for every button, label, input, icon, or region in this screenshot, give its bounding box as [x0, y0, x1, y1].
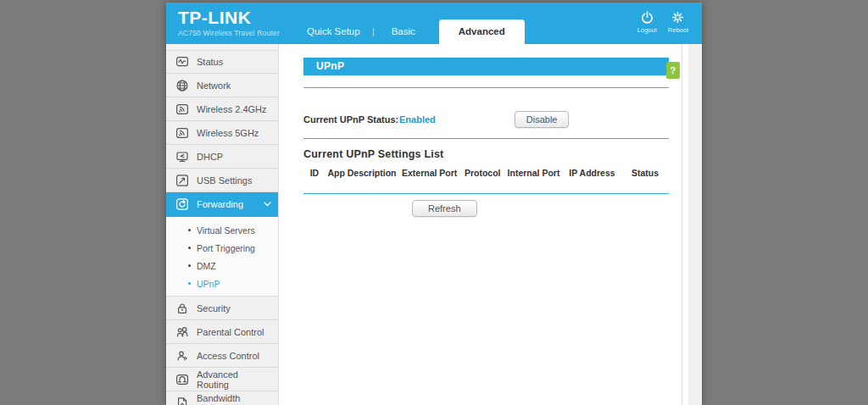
wireless-icon	[175, 103, 189, 116]
sidebar-item-wireless-24ghz[interactable]: Wireless 2.4GHz	[166, 97, 278, 121]
dhcp-icon	[175, 150, 189, 164]
submenu-item-label: Virtual Servers	[197, 225, 255, 236]
bullet-icon	[188, 282, 191, 285]
submenu-item-dmz[interactable]: DMZ	[166, 257, 278, 275]
reboot-label: Reboot	[668, 26, 688, 34]
settings-table-header: ID App Description External Port Protoco…	[303, 168, 669, 178]
sidebar-item-label: Access Control	[197, 351, 259, 361]
submenu-item-virtual-servers[interactable]: Virtual Servers	[166, 221, 278, 239]
power-icon	[640, 10, 654, 25]
brand-block: TP-LINK AC750 Wireless Travel Router	[178, 8, 280, 37]
divider	[303, 138, 669, 139]
help-button[interactable]: ?	[666, 62, 680, 79]
person-icon	[175, 349, 189, 363]
reboot-icon	[670, 10, 685, 25]
disable-button[interactable]: Disable	[515, 111, 570, 128]
submenu-item-label: UPnP	[197, 279, 220, 289]
sidebar-item-label: Advanced Routing	[197, 369, 271, 390]
tab-advanced[interactable]: Advanced	[439, 19, 525, 44]
bullet-icon	[188, 264, 191, 267]
router-model-label: AC750 Wireless Travel Router	[178, 29, 280, 37]
sidebar-item-parental-control[interactable]: Parental Control	[166, 320, 278, 344]
sidebar-item-status[interactable]: Status	[166, 50, 278, 74]
reboot-button[interactable]: Reboot	[668, 10, 688, 34]
upnp-status-value: Enabled	[399, 114, 436, 125]
top-nav-tabs: Quick Setup | Basic Advanced	[295, 19, 525, 44]
divider	[303, 193, 669, 194]
submenu-item-label: Port Triggering	[197, 243, 255, 253]
submenu-item-upnp[interactable]: UPnP	[166, 275, 278, 292]
logout-label: Logout	[637, 26, 657, 34]
sidebar-item-label: USB Settings	[197, 175, 252, 186]
sidebar-item-label: Parental Control	[197, 327, 264, 337]
sidebar-item-wireless-5ghz[interactable]: Wireless 5GHz	[166, 121, 278, 145]
sidebar-item-bandwidth-control[interactable]: Bandwidth Control	[166, 391, 278, 405]
tp-link-logo: TP-LINK	[178, 8, 280, 27]
sidebar-nav: Status Network	[166, 44, 279, 405]
page-title: UPnP	[316, 60, 344, 72]
settings-list-title: Current UPnP Settings List	[303, 148, 669, 160]
page-title-bar: UPnP ?	[303, 58, 669, 75]
forwarding-submenu: Virtual Servers Port Triggering DMZ UPnP	[166, 217, 278, 297]
routing-icon	[175, 373, 189, 386]
sidebar-item-access-control[interactable]: Access Control	[166, 344, 278, 368]
bandwidth-icon	[175, 397, 189, 405]
bullet-icon	[188, 247, 191, 249]
sidebar-item-label: Status	[197, 57, 223, 67]
parental-icon	[175, 325, 189, 339]
sidebar-item-label: Wireless 5GHz	[197, 128, 259, 138]
sidebar-item-label: Security	[197, 303, 231, 313]
logout-button[interactable]: Logout	[637, 10, 657, 34]
sidebar-item-security[interactable]: Security	[166, 297, 278, 320]
router-admin-window: TP-LINK AC750 Wireless Travel Router Qui…	[166, 3, 702, 405]
chevron-down-icon	[264, 202, 271, 207]
column-header-status: Status	[621, 168, 669, 178]
sidebar-item-usb-settings[interactable]: USB Settings	[166, 169, 278, 192]
upnp-status-row: Current UPnP Status: Enabled Disable	[303, 110, 669, 128]
submenu-item-label: DMZ	[197, 261, 216, 271]
sidebar-item-forwarding[interactable]: Forwarding	[166, 192, 278, 217]
header-actions: Logout Reboot	[637, 10, 688, 34]
column-header-id: ID	[303, 168, 326, 178]
upnp-status-label: Current UPnP Status:	[303, 114, 399, 125]
sidebar-item-label: Bandwidth Control	[197, 393, 271, 405]
lock-icon	[175, 302, 189, 315]
forwarding-icon	[175, 197, 189, 211]
column-header-app-description: App Description	[326, 168, 398, 178]
divider	[303, 87, 669, 88]
scrollbar-track[interactable]	[682, 44, 702, 405]
column-header-external-port: External Port	[398, 168, 460, 178]
sidebar-item-label: Wireless 2.4GHz	[197, 104, 267, 114]
tab-separator: |	[372, 26, 375, 44]
page-body: Status Network	[166, 44, 702, 405]
bullet-icon	[188, 229, 191, 231]
column-header-ip-address: IP Address	[563, 168, 621, 178]
status-icon	[175, 55, 189, 69]
sidebar-item-label: Network	[197, 80, 231, 91]
sidebar-item-network[interactable]: Network	[166, 74, 278, 97]
submenu-item-port-triggering[interactable]: Port Triggering	[166, 239, 278, 257]
sidebar-item-advanced-routing[interactable]: Advanced Routing	[166, 368, 278, 391]
refresh-button[interactable]: Refresh	[412, 200, 477, 217]
network-icon	[175, 79, 189, 92]
main-content: UPnP ? Current UPnP Status: Enabled Disa…	[279, 44, 682, 405]
column-header-internal-port: Internal Port	[504, 168, 563, 178]
sidebar-item-label: DHCP	[197, 152, 223, 162]
sidebar-item-label: Forwarding	[197, 199, 243, 209]
usb-icon	[175, 174, 189, 187]
top-header: TP-LINK AC750 Wireless Travel Router Qui…	[166, 3, 702, 44]
sidebar-item-dhcp[interactable]: DHCP	[166, 145, 278, 169]
tab-basic[interactable]: Basic	[375, 26, 432, 44]
column-header-protocol: Protocol	[460, 168, 504, 178]
tab-quick-setup[interactable]: Quick Setup	[295, 26, 372, 44]
wireless-icon	[175, 126, 189, 140]
